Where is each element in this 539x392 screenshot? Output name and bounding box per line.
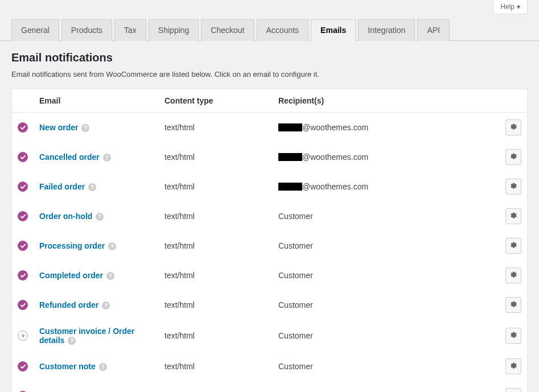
gear-icon (509, 241, 517, 251)
table-row: Order on-hold?text/htmlCustomer (12, 201, 528, 231)
help-tip-icon[interactable]: ? (102, 302, 110, 310)
status-enabled-icon (18, 181, 28, 192)
gear-icon (509, 300, 517, 310)
configure-button[interactable] (505, 328, 521, 344)
help-tip-icon[interactable]: ? (68, 337, 76, 345)
recipient-value: @woothemes.com (273, 142, 500, 172)
recipient-value: @woothemes.com (273, 113, 500, 143)
gear-icon (509, 123, 517, 133)
column-actions (500, 89, 528, 113)
content-type-value: text/html (159, 113, 273, 143)
content-type-value: text/html (159, 290, 273, 320)
recipient-value: Customer (273, 261, 500, 290)
configure-button[interactable] (505, 267, 521, 283)
configure-button[interactable] (505, 119, 521, 135)
tab-integration[interactable]: Integration (358, 19, 415, 41)
status-enabled-icon (18, 300, 28, 310)
table-row: Completed order?text/htmlCustomer (12, 261, 528, 290)
gear-icon (509, 152, 517, 162)
tab-general[interactable]: General (11, 19, 59, 41)
gear-icon (509, 362, 517, 372)
help-tip-icon[interactable]: ? (96, 213, 104, 221)
column-status (12, 89, 34, 113)
page-title: Email notifications (11, 51, 528, 64)
tab-products[interactable]: Products (61, 19, 112, 41)
email-link[interactable]: Refunded order (39, 300, 98, 310)
email-link[interactable]: Order on-hold (39, 212, 92, 221)
tab-accounts[interactable]: Accounts (257, 19, 309, 41)
column-email: Email (34, 89, 159, 113)
table-row: Failed order?text/html@woothemes.com (12, 172, 528, 201)
email-link[interactable]: New order (39, 123, 78, 132)
column-recipients: Recipient(s) (273, 89, 500, 113)
configure-button[interactable] (505, 388, 521, 392)
table-row: Customer invoice / Order details?text/ht… (12, 320, 528, 352)
tab-tax[interactable]: Tax (114, 19, 146, 41)
tab-emails[interactable]: Emails (311, 19, 356, 41)
redacted-block (278, 183, 302, 191)
content-type-value: text/html (159, 381, 273, 392)
configure-button[interactable] (505, 238, 521, 254)
content-type-value: text/html (159, 231, 273, 261)
status-enabled-icon (18, 361, 28, 372)
content-type-value: text/html (159, 352, 273, 381)
help-tab[interactable]: Help ▾ (493, 0, 528, 14)
table-row: Refunded order?text/htmlCustomer (12, 290, 528, 320)
help-tip-icon[interactable]: ? (106, 272, 114, 280)
table-row: Reset password?text/htmlCustomer (12, 381, 528, 392)
table-row: Cancelled order?text/html@woothemes.com (12, 142, 528, 172)
table-row: Processing order?text/htmlCustomer (12, 231, 528, 261)
status-enabled-icon (18, 152, 28, 162)
tab-api[interactable]: API (417, 19, 450, 41)
help-tip-icon[interactable]: ? (88, 183, 96, 191)
redacted-block (278, 123, 302, 131)
recipient-value: @woothemes.com (273, 172, 500, 201)
email-link[interactable]: Processing order (39, 241, 105, 250)
gear-icon (509, 271, 517, 280)
configure-button[interactable] (505, 179, 521, 195)
status-enabled-icon (18, 211, 28, 221)
tab-checkout[interactable]: Checkout (201, 19, 254, 41)
help-tip-icon[interactable]: ? (81, 124, 89, 132)
recipient-value: Customer (273, 231, 500, 261)
gear-icon (509, 212, 517, 221)
recipient-value: Customer (273, 320, 500, 352)
gear-icon (509, 182, 517, 192)
recipient-value: Customer (273, 352, 500, 381)
status-enabled-icon (18, 270, 28, 280)
email-link[interactable]: Customer invoice / Order details (39, 327, 134, 345)
redacted-block (278, 153, 302, 161)
configure-button[interactable] (505, 358, 521, 374)
settings-tabs: GeneralProductsTaxShippingCheckoutAccoun… (0, 19, 539, 41)
table-row: New order?text/html@woothemes.com (12, 113, 528, 143)
email-link[interactable]: Failed order (39, 182, 85, 191)
gear-icon (509, 331, 517, 341)
content-type-value: text/html (159, 201, 273, 231)
status-enabled-icon (18, 122, 28, 133)
recipient-value: Customer (273, 290, 500, 320)
help-tip-icon[interactable]: ? (108, 242, 116, 250)
status-enabled-icon (18, 241, 28, 251)
help-tip-icon[interactable]: ? (99, 363, 107, 371)
table-row: Customer note?text/htmlCustomer (12, 352, 528, 381)
help-label: Help (500, 3, 515, 11)
configure-button[interactable] (505, 149, 521, 165)
recipient-value: Customer (273, 381, 500, 392)
configure-button[interactable] (505, 297, 521, 313)
content-type-value: text/html (159, 261, 273, 290)
column-content-type: Content type (159, 89, 273, 113)
recipient-value: Customer (273, 201, 500, 231)
content-type-value: text/html (159, 320, 273, 352)
chevron-down-icon: ▾ (517, 3, 520, 11)
tab-shipping[interactable]: Shipping (149, 19, 199, 41)
help-tip-icon[interactable]: ? (103, 154, 111, 162)
configure-button[interactable] (505, 208, 521, 224)
status-manual-icon (18, 331, 28, 341)
email-notifications-table: Email Content type Recipient(s) New orde… (11, 89, 528, 392)
content-type-value: text/html (159, 172, 273, 201)
email-link[interactable]: Customer note (39, 362, 96, 371)
content-type-value: text/html (159, 142, 273, 172)
email-link[interactable]: Cancelled order (39, 152, 100, 162)
page-description: Email notifications sent from WooCommerc… (11, 70, 528, 79)
email-link[interactable]: Completed order (39, 271, 103, 280)
